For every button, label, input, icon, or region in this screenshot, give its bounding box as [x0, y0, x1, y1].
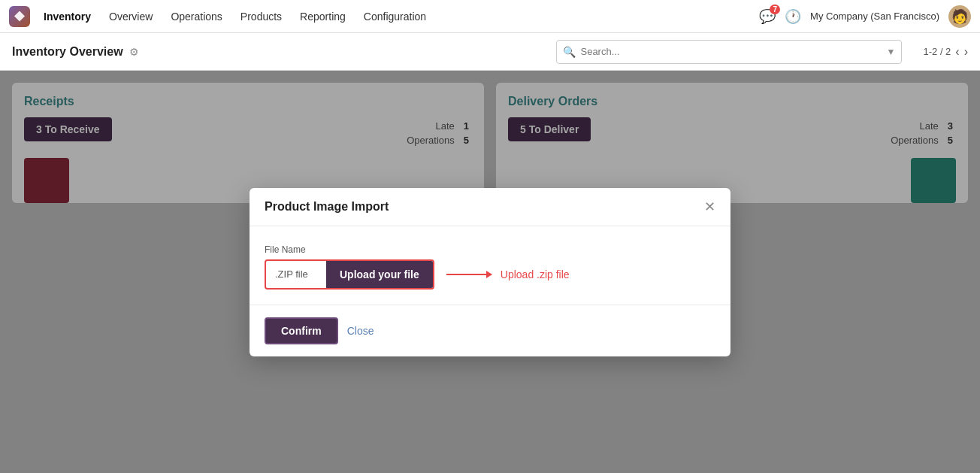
file-name-display: .ZIP file — [266, 262, 326, 286]
arrow-indicator: Upload .zip file — [446, 268, 570, 280]
notification-badge: 7 — [770, 5, 780, 14]
dialog-close-btn[interactable]: ✕ — [704, 200, 715, 214]
main-content: Receipts 3 To Receive Late 1 Operations … — [0, 71, 980, 473]
upload-hint-text: Upload .zip file — [501, 268, 570, 280]
file-input-row: .ZIP file Upload your file — [265, 259, 434, 290]
nav-right-area: 💬 7 🕐 My Company (San Francisco) 🧑 — [759, 5, 971, 28]
dialog-header: Product Image Import ✕ — [250, 188, 730, 226]
product-image-import-dialog: Product Image Import ✕ File Name .ZIP fi… — [250, 188, 730, 356]
next-page-btn[interactable]: › — [964, 45, 968, 59]
avatar[interactable]: 🧑 — [948, 5, 971, 28]
nav-item-products[interactable]: Products — [233, 8, 289, 26]
notification-btn[interactable]: 💬 7 — [759, 8, 776, 25]
file-name-label: File Name — [265, 244, 715, 255]
nav-item-reporting[interactable]: Reporting — [292, 8, 353, 26]
search-icon: 🔍 — [563, 46, 576, 58]
app-logo[interactable] — [9, 6, 30, 27]
search-dropdown-icon[interactable]: ▼ — [887, 47, 896, 57]
page-title-area: Inventory Overview ⚙ — [12, 45, 139, 59]
sub-header: Inventory Overview ⚙ 🔍 ▼ 1-2 / 2 ‹ › — [0, 33, 980, 71]
nav-item-operations[interactable]: Operations — [163, 8, 229, 26]
dialog-body: File Name .ZIP file Upload your file Upl… — [250, 226, 730, 305]
confirm-button[interactable]: Confirm — [265, 317, 338, 344]
modal-overlay: Product Image Import ✕ File Name .ZIP fi… — [0, 71, 980, 473]
page-title: Inventory Overview — [12, 45, 123, 59]
pagination-label: 1-2 / 2 — [923, 46, 951, 57]
pagination: 1-2 / 2 ‹ › — [923, 45, 968, 59]
search-input[interactable] — [580, 46, 886, 57]
dialog-footer: Confirm Close — [250, 305, 730, 356]
company-selector[interactable]: My Company (San Francisco) — [810, 11, 939, 22]
nav-item-configuration[interactable]: Configuration — [356, 8, 434, 26]
avatar-icon: 🧑 — [951, 8, 968, 25]
close-link[interactable]: Close — [347, 325, 374, 337]
arrow-line — [446, 274, 492, 275]
file-row-container: .ZIP file Upload your file Upload .zip f… — [265, 259, 715, 290]
nav-item-inventory[interactable]: Inventory — [36, 8, 98, 26]
upload-hint-row: Upload .zip file — [446, 268, 570, 280]
top-nav: Inventory Overview Operations Products R… — [0, 0, 980, 33]
clock-btn[interactable]: 🕐 — [785, 8, 801, 25]
settings-gear-icon[interactable]: ⚙ — [129, 46, 139, 58]
upload-file-btn[interactable]: Upload your file — [326, 261, 433, 288]
nav-item-overview[interactable]: Overview — [101, 8, 160, 26]
search-bar: 🔍 ▼ — [556, 40, 902, 64]
prev-page-btn[interactable]: ‹ — [955, 45, 959, 59]
dialog-title: Product Image Import — [265, 200, 389, 214]
